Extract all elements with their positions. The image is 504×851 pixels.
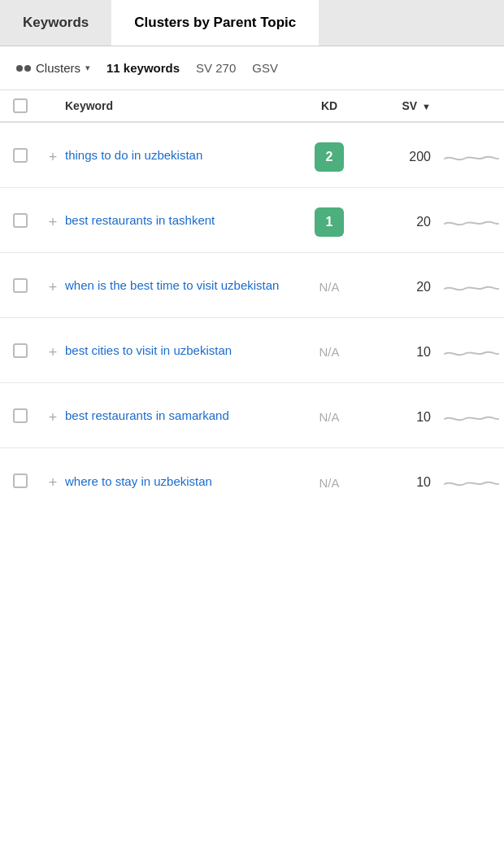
row-sv-col: 10 (366, 472, 439, 490)
row-plus-col: + (41, 146, 65, 164)
add-keyword-button[interactable]: + (49, 345, 58, 360)
row-kd-col: 2 (293, 139, 366, 172)
trend-chart (443, 407, 500, 431)
row-checkbox[interactable] (13, 343, 28, 358)
row-plus-col: + (41, 342, 65, 360)
tab-clusters[interactable]: Clusters by Parent Topic (111, 0, 319, 46)
row-kd-col: N/A (293, 277, 366, 294)
table-row: + best restaurants in samarkand N/A 10 (0, 383, 504, 448)
row-checkbox[interactable] (13, 148, 28, 163)
keywords-count: 11 keywords (106, 61, 180, 75)
keyword-link[interactable]: things to do in uzbekistan (65, 148, 202, 162)
row-sv-col: 200 (366, 146, 439, 164)
clusters-filter-button[interactable]: Clusters ▾ (16, 61, 90, 75)
sv-filter: SV 270 (196, 61, 236, 75)
header-kd: KD (293, 99, 366, 112)
chevron-down-icon: ▾ (85, 63, 90, 73)
filter-bar: Clusters ▾ 11 keywords SV 270 GSV (0, 46, 504, 90)
table-header: Keyword KD SV ▼ (0, 90, 504, 123)
tab-keywords[interactable]: Keywords (0, 0, 111, 46)
row-keyword-col: when is the best time to visit uzbekista… (65, 277, 293, 294)
header-checkbox-col (0, 98, 41, 113)
select-all-checkbox[interactable] (13, 98, 28, 113)
row-checkbox-col (0, 278, 41, 293)
trend-chart (443, 277, 500, 301)
row-trend-col (439, 140, 504, 171)
table-row: + best restaurants in tashkent 1 20 (0, 188, 504, 253)
table-body: + things to do in uzbekistan 2 200 + bes… (0, 123, 504, 513)
row-keyword-col: where to stay in uzbekistan (65, 473, 293, 490)
row-plus-col: + (41, 212, 65, 229)
add-keyword-button[interactable]: + (49, 150, 58, 164)
trend-chart (443, 472, 500, 496)
table-row: + where to stay in uzbekistan N/A 10 (0, 448, 504, 513)
clusters-icon (16, 65, 31, 72)
row-sv-col: 10 (366, 407, 439, 425)
trend-chart (443, 342, 500, 366)
header-sv[interactable]: SV ▼ (366, 99, 439, 112)
row-checkbox-col (0, 408, 41, 423)
row-kd-col: 1 (293, 204, 366, 237)
table-row: + things to do in uzbekistan 2 200 (0, 123, 504, 188)
row-checkbox[interactable] (13, 213, 28, 228)
row-plus-col: + (41, 277, 65, 295)
row-sv-col: 20 (366, 277, 439, 295)
row-kd-col: N/A (293, 473, 366, 490)
row-checkbox-col (0, 148, 41, 163)
keyword-link[interactable]: best cities to visit in uzbekistan (65, 343, 232, 357)
sort-indicator-icon: ▼ (422, 102, 431, 111)
kd-na: N/A (319, 280, 339, 294)
keyword-link[interactable]: when is the best time to visit uzbekista… (65, 278, 279, 292)
row-keyword-col: things to do in uzbekistan (65, 146, 293, 164)
row-trend-col (439, 400, 504, 431)
row-checkbox-col (0, 474, 41, 488)
add-keyword-button[interactable]: + (49, 280, 58, 295)
row-kd-col: N/A (293, 407, 366, 424)
row-sv-col: 20 (366, 212, 439, 229)
keyword-link[interactable]: best restaurants in samarkand (65, 408, 229, 422)
keyword-link[interactable]: best restaurants in tashkent (65, 213, 215, 227)
row-trend-col (439, 270, 504, 301)
table-row: + when is the best time to visit uzbekis… (0, 253, 504, 318)
kd-na: N/A (319, 345, 339, 359)
row-trend-col (439, 465, 504, 496)
header-keyword: Keyword (65, 99, 293, 112)
row-plus-col: + (41, 407, 65, 425)
kd-na: N/A (319, 410, 339, 424)
row-checkbox[interactable] (13, 278, 28, 293)
row-plus-col: + (41, 472, 65, 490)
row-keyword-col: best restaurants in samarkand (65, 407, 293, 424)
add-keyword-button[interactable]: + (49, 215, 58, 229)
tabs-container: Keywords Clusters by Parent Topic (0, 0, 504, 46)
row-kd-col: N/A (293, 342, 366, 359)
row-checkbox-col (0, 213, 41, 228)
keyword-link[interactable]: where to stay in uzbekistan (65, 474, 212, 488)
row-keyword-col: best cities to visit in uzbekistan (65, 342, 293, 359)
clusters-label: Clusters (36, 61, 80, 75)
gsv-filter: GSV (252, 61, 278, 75)
table-row: + best cities to visit in uzbekistan N/A… (0, 318, 504, 383)
row-trend-col (439, 205, 504, 236)
dot-icon (16, 65, 23, 72)
add-keyword-button[interactable]: + (49, 475, 58, 490)
kd-na: N/A (319, 476, 339, 490)
trend-chart (443, 146, 500, 171)
kd-badge: 2 (315, 142, 344, 172)
dot-icon (24, 65, 31, 72)
row-checkbox[interactable] (13, 408, 28, 423)
row-checkbox-col (0, 343, 41, 358)
row-trend-col (439, 335, 504, 366)
keywords-table: Keyword KD SV ▼ + things to do in uzbeki… (0, 90, 504, 513)
row-keyword-col: best restaurants in tashkent (65, 212, 293, 229)
row-sv-col: 10 (366, 342, 439, 360)
kd-badge: 1 (315, 207, 344, 237)
trend-chart (443, 212, 500, 236)
row-checkbox[interactable] (13, 474, 28, 488)
add-keyword-button[interactable]: + (49, 410, 58, 425)
